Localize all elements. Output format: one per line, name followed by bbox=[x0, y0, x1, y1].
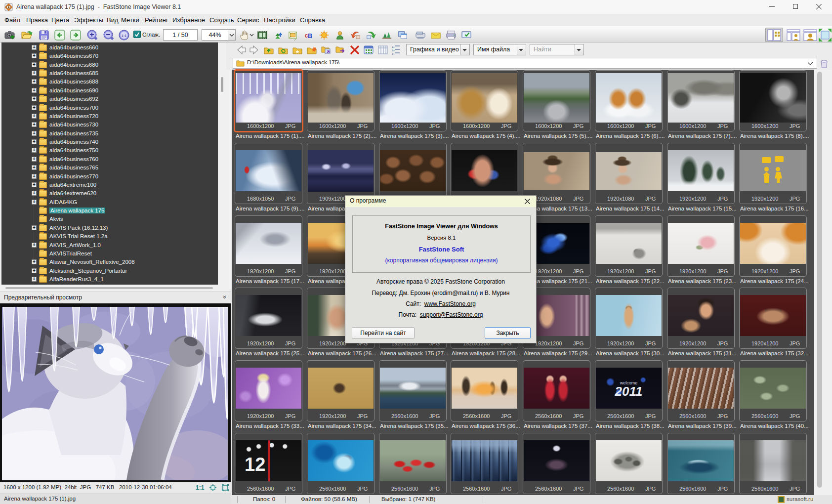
svg-text:b-: b- bbox=[392, 49, 395, 52]
svg-text:B: B bbox=[308, 32, 312, 40]
svg-text:1:1: 1:1 bbox=[121, 34, 127, 38]
svg-text:a-: a- bbox=[392, 45, 395, 49]
svg-text:c-: c- bbox=[392, 52, 395, 55]
